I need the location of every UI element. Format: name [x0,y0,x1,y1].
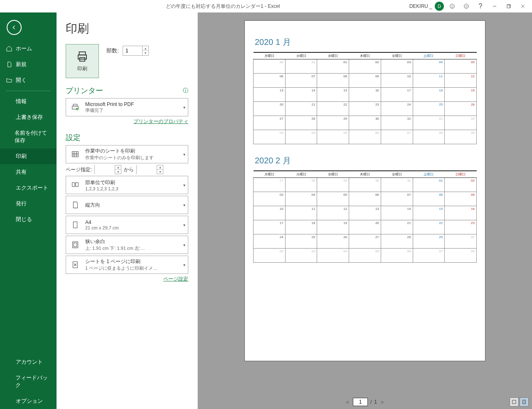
close-button[interactable] [517,0,529,12]
nav-export[interactable]: エクスポート [0,180,57,196]
nav-label: アカウント [16,358,43,366]
chevron-down-icon: ▾ [183,203,185,207]
nav-save-as[interactable]: 名前を付けて保存 [0,125,57,148]
preview-canvas[interactable]: 2020 1 月月曜日火曜日水曜日木曜日金曜日土曜日日曜日30310102030… [198,12,532,395]
page-from-input[interactable] [95,165,115,174]
dropdown-subtitle: 1 ページに収まるように印刷イメ… [85,265,185,271]
user-name-label[interactable]: DEKIRU _ [409,3,432,9]
minimize-button[interactable] [489,0,500,12]
printer-icon [69,103,81,112]
nav-close[interactable]: 閉じる [0,212,57,227]
print-button[interactable]: 印刷 [66,44,99,78]
dropdown-title: 部単位で印刷 [85,179,185,186]
nav-save[interactable]: 上書き保存 [0,109,57,125]
collate-dropdown[interactable]: 部単位で印刷 1,2,3 1,2,3 1,2,3 ▾ [66,176,188,194]
printer-properties-link[interactable]: プリンターのプロパティ [133,118,188,124]
page-title: 印刷 [66,21,188,37]
help-button[interactable]: ? [475,0,486,12]
user-avatar[interactable]: D [435,2,444,11]
nav-publish[interactable]: 発行 [0,196,57,212]
svg-point-2 [453,6,453,6]
nav-open[interactable]: 開く [0,72,57,88]
back-button[interactable] [7,20,22,35]
page-range-to-label: から [124,166,134,173]
dropdown-title: 縦方向 [85,202,185,209]
printer-dropdown[interactable]: Microsoft Print to PDF 準備完了 ▾ [66,98,188,116]
calendar-title: 2020 1 月 [253,37,477,48]
nav-share[interactable]: 共有 [0,164,57,180]
nav-label: 印刷 [16,153,27,160]
copies-spinner[interactable]: ▲▼ [123,46,149,56]
page-to-spinner[interactable]: ▲▼ [136,165,163,174]
paper-size-dropdown[interactable]: A4 21 cm x 29.7 cm ▾ [66,216,188,234]
spin-down-icon[interactable]: ▼ [143,51,148,55]
prev-page-button[interactable]: ◀ [343,399,350,405]
dropdown-subtitle: 作業中のシートのみを印刷します [85,155,185,161]
chevron-down-icon: ▾ [183,223,185,227]
collate-icon [69,180,81,190]
nav-label: 新規 [16,61,27,68]
copies-input[interactable] [123,46,142,55]
settings-heading: 設定 [66,133,188,143]
svg-point-4 [466,6,466,6]
orientation-dropdown[interactable]: 縦方向 ▾ [66,196,188,214]
nav-home[interactable]: ホーム [0,41,57,57]
maximize-button[interactable] [503,0,515,12]
print-settings-panel: 印刷 印刷 部数: ▲▼ プリンター [57,12,198,409]
dropdown-subtitle: 21 cm x 29.7 cm [85,225,185,230]
page-from-spinner[interactable]: ▲▼ [94,165,121,174]
preview-footer: ◀ / 1 ▶ [198,395,532,409]
nav-label: フィードバック [15,374,51,389]
printer-name: Microsoft Print to PDF [85,101,185,107]
spin-up-icon[interactable]: ▲ [115,165,121,170]
scaling-dropdown[interactable]: シートを 1 ページに印刷 1 ページに収まるように印刷イメ… ▾ [66,256,188,274]
svg-rect-17 [72,152,79,157]
dropdown-title: 狭い余白 [85,238,185,245]
nav-print[interactable]: 印刷 [0,148,57,164]
spin-down-icon[interactable]: ▼ [157,170,163,174]
nav-feedback[interactable]: フィードバック [0,370,57,393]
nav-label: オプション [16,397,43,405]
margins-icon [69,240,81,249]
show-margins-button[interactable] [510,397,519,407]
info-icon[interactable]: ⓘ [183,87,188,94]
dropdown-title: 作業中のシートを印刷 [85,148,185,155]
svg-rect-11 [79,52,86,55]
calendar-title: 2020 2 月 [253,155,477,166]
page-number-input[interactable] [353,398,368,406]
svg-point-1 [451,6,452,6]
portrait-icon [69,200,81,209]
document-title: どの年度にも対応する月単位のカレンダー1 - Excel [37,3,409,10]
what-to-print-dropdown[interactable]: 作業中のシートを印刷 作業中のシートのみを印刷します ▾ [66,145,188,163]
spin-up-icon[interactable]: ▲ [143,46,148,51]
nav-divider [6,91,51,91]
dropdown-subtitle: 1,2,3 1,2,3 1,2,3 [85,186,185,191]
print-button-label: 印刷 [77,65,87,72]
total-pages: 1 [374,399,377,405]
svg-rect-8 [507,5,510,8]
frown-feedback-icon[interactable] [461,0,472,12]
margins-dropdown[interactable]: 狭い余白 上: 1.91 cm 下: 1.91 cm 左:… ▾ [66,236,188,254]
nav-label: 発行 [16,200,27,207]
svg-point-0 [450,4,455,9]
page-setup-link[interactable]: ページ設定 [163,276,188,282]
copies-label: 部数: [106,47,119,54]
zoom-to-page-button[interactable] [520,397,529,407]
nav-new[interactable]: 新規 [0,57,57,72]
page-to-input[interactable] [137,165,157,174]
nav-label: エクスポート [16,184,48,192]
next-page-button[interactable]: ▶ [379,399,387,405]
nav-info[interactable]: 情報 [0,94,57,109]
sheet-icon [69,150,81,159]
spin-down-icon[interactable]: ▼ [115,170,121,174]
nav-label: 共有 [16,168,27,176]
nav-account[interactable]: アカウント [0,354,57,370]
spin-up-icon[interactable]: ▲ [157,165,163,170]
svg-rect-28 [512,400,516,404]
smile-feedback-icon[interactable] [446,0,458,12]
dropdown-subtitle: 上: 1.91 cm 下: 1.91 cm 左:… [85,245,185,251]
nav-options[interactable]: オプション [0,393,57,409]
printer-heading: プリンター ⓘ [66,86,188,96]
page-range-row: ページ指定: ▲▼ から ▲▼ [66,165,188,174]
chevron-down-icon: ▾ [183,105,185,110]
